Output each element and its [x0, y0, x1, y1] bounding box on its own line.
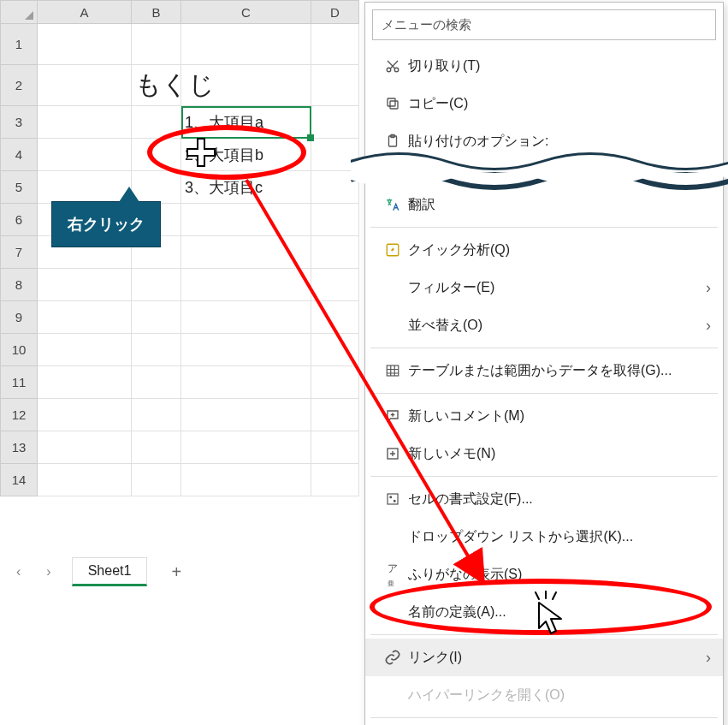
select-all-corner[interactable] [0, 0, 38, 24]
translate-icon [377, 197, 408, 212]
cell-C4[interactable]: 2、大項目b [181, 139, 311, 171]
cut-icon [377, 58, 408, 74]
svg-point-1 [394, 68, 399, 72]
menu-furigana-label: ふりがなの表示(S) [408, 566, 711, 584]
col-header-C[interactable]: C [181, 0, 311, 24]
menu-separator [370, 227, 718, 228]
menu-cut[interactable]: 切り取り(T) [365, 47, 723, 85]
callout-right-click: 右クリック [51, 201, 161, 247]
menu-format-cells[interactable]: セルの書式設定(F)... [365, 480, 723, 518]
row-header-6[interactable]: 6 [0, 204, 38, 236]
menu-link-to-range[interactable]: この範囲にリンクする(L) [365, 722, 723, 725]
link-icon [377, 649, 408, 666]
tab-next-button[interactable]: › [41, 564, 56, 579]
menu-separator [370, 634, 718, 635]
menu-name-label: 名前の定義(A)... [408, 603, 711, 621]
svg-point-0 [387, 68, 391, 72]
paste-icon [377, 134, 408, 149]
chevron-right-icon: › [706, 279, 711, 297]
row-header-13[interactable]: 13 [0, 431, 38, 464]
svg-rect-9 [388, 494, 398, 504]
menu-note-label: 新しいメモ(N) [408, 445, 711, 463]
menu-filter-label: フィルター(E) [408, 279, 706, 297]
menu-link-label: リンク(I) [408, 649, 706, 667]
row-header-3[interactable]: 3 [0, 106, 38, 139]
menu-paste-options[interactable]: 貼り付けのオプション: [365, 122, 723, 160]
note-icon [377, 446, 408, 461]
menu-translate-label: 翻訳 [408, 196, 711, 214]
menu-sort-label: 並べ替え(O) [408, 317, 706, 335]
menu-quick-label: クイック分析(Q) [408, 241, 711, 259]
spreadsheet-grid: A B C D 1 2 もくじ 3 1、大項目a 4 2、大項目b 5 3、大項… [0, 0, 359, 496]
copy-icon [377, 96, 408, 111]
sheet-tab-bar: ‹ › Sheet1 + [11, 555, 353, 589]
row-header-1[interactable]: 1 [0, 24, 38, 65]
row-header-14[interactable]: 14 [0, 464, 38, 496]
cell-B2-title[interactable]: もくじ [132, 65, 181, 106]
menu-define-name[interactable]: 名前の定義(A)... [365, 593, 723, 631]
svg-point-10 [390, 496, 392, 498]
row-header-9[interactable]: 9 [0, 301, 38, 334]
row-header-12[interactable]: 12 [0, 399, 38, 431]
menu-sort[interactable]: 並べ替え(O) › [365, 306, 723, 344]
menu-table-label: テーブルまたは範囲からデータを取得(G)... [408, 362, 711, 380]
svg-rect-7 [387, 365, 399, 376]
menu-copy-label: コピー(C) [408, 95, 711, 113]
menu-new-comment[interactable]: 新しいコメント(M) [365, 397, 723, 435]
menu-quick-analysis[interactable]: クイック分析(Q) [365, 231, 723, 269]
add-sheet-button[interactable]: + [163, 562, 190, 582]
col-header-D[interactable]: D [311, 0, 359, 24]
chevron-right-icon: › [706, 317, 711, 335]
row-header-7[interactable]: 7 [0, 236, 38, 269]
menu-dropdown-label: ドロップダウン リストから選択(K)... [408, 528, 711, 546]
row-header-10[interactable]: 10 [0, 334, 38, 366]
svg-rect-2 [390, 101, 398, 109]
row-header-2[interactable]: 2 [0, 65, 38, 106]
menu-comment-label: 新しいコメント(M) [408, 407, 711, 425]
menu-paste-label: 貼り付けのオプション: [408, 133, 711, 151]
menu-separator [370, 476, 718, 477]
cell-C5[interactable]: 3、大項目c [181, 171, 311, 204]
col-header-A[interactable]: A [38, 0, 132, 24]
svg-point-11 [394, 500, 395, 502]
comment-icon [377, 408, 408, 424]
chevron-right-icon: › [706, 649, 711, 667]
tab-prev-button[interactable]: ‹ [11, 564, 26, 579]
furigana-icon: ア亜 [377, 562, 408, 588]
menu-format-label: セルの書式設定(F)... [408, 490, 711, 508]
menu-link[interactable]: リンク(I) › [365, 639, 723, 676]
sheet-tab-sheet1[interactable]: Sheet1 [72, 557, 148, 586]
menu-furigana[interactable]: ア亜 ふりがなの表示(S) [365, 556, 723, 593]
menu-filter[interactable]: フィルター(E) › [365, 269, 723, 306]
menu-openlink-label: ハイパーリンクを開く(O) [408, 686, 711, 704]
menu-cut-label: 切り取り(T) [408, 57, 711, 75]
col-header-B[interactable]: B [132, 0, 181, 24]
menu-separator [370, 393, 718, 394]
svg-rect-3 [388, 98, 395, 106]
row-header-8[interactable]: 8 [0, 269, 38, 301]
menu-translate[interactable]: 翻訳 [365, 186, 723, 223]
quick-analysis-icon [377, 242, 408, 258]
context-menu: メニューの検索 切り取り(T) コピー(C) 貼り付けのオプション: 翻訳 クイ… [364, 2, 724, 725]
menu-open-hyperlink: ハイパーリンクを開く(O) [365, 676, 723, 714]
table-icon [377, 363, 408, 378]
menu-dropdown-list[interactable]: ドロップダウン リストから選択(K)... [365, 518, 723, 556]
menu-get-table-data[interactable]: テーブルまたは範囲からデータを取得(G)... [365, 352, 723, 389]
menu-new-note[interactable]: 新しいメモ(N) [365, 435, 723, 472]
row-header-4[interactable]: 4 [0, 139, 38, 171]
menu-separator [370, 717, 718, 718]
column-header-row: A B C D [0, 0, 359, 24]
format-cells-icon [377, 491, 408, 507]
menu-search-input[interactable]: メニューの検索 [372, 9, 716, 40]
cell-C3-selected[interactable]: 1、大項目a [181, 106, 311, 139]
row-header-11[interactable]: 11 [0, 366, 38, 399]
menu-copy[interactable]: コピー(C) [365, 85, 723, 122]
row-header-5[interactable]: 5 [0, 171, 38, 204]
menu-separator [370, 348, 718, 348]
